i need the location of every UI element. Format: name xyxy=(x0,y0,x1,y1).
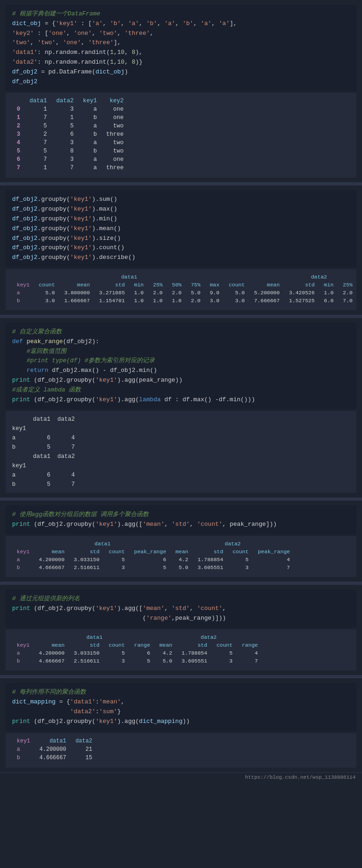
col-std2: std xyxy=(177,641,212,649)
section2-code: df_obj2.groupby('key1').sum() df_obj2.gr… xyxy=(6,190,356,267)
col-min1: min xyxy=(130,281,149,289)
col-group-data2: data2 xyxy=(224,273,356,281)
col-mean1: mean xyxy=(59,281,94,289)
section2-cell: df_obj2.groupby('key1').sum() df_obj2.gr… xyxy=(0,186,362,315)
section1-code: # 根据字典创建一个DataFrame dict_obj = {'key1' :… xyxy=(6,5,356,91)
col-key1: key1 xyxy=(12,548,34,556)
code-comment: # 通过元组提供新的列名 xyxy=(12,594,350,604)
col-std1: std xyxy=(94,281,129,289)
col-header-idx xyxy=(12,97,25,105)
table-row: 673aone xyxy=(12,155,128,164)
col-group-data2: data2 xyxy=(155,633,263,641)
code-line: dict_mapping = {'data1':'mean', xyxy=(12,697,350,707)
code-comment: # 自定义聚合函数 xyxy=(12,327,350,337)
col-key1: key1 xyxy=(12,737,35,745)
col-count2: count xyxy=(224,281,250,289)
section5-code: # 通过元组提供新的列名 print (df_obj2.groupby('key… xyxy=(6,590,356,628)
col-25pct1: 25% xyxy=(148,281,167,289)
section6-cell: # 每列作用不同的聚合函数 dict_mapping = {'data1':'m… xyxy=(0,678,362,772)
table4-body: a4.2000003.033150564.21.78885454b4.66666… xyxy=(12,556,295,571)
col-prange1: peak_range xyxy=(130,548,171,556)
code-line: print (df_obj2.groupby('key1').agg(['mea… xyxy=(12,520,350,530)
code-line: df_obj2.groupby('key1').describe() xyxy=(12,253,350,263)
code-line: df_obj2.groupby('key1').min() xyxy=(12,214,350,224)
col-group-data1: data1 xyxy=(34,633,155,641)
dataframe-table1: data1 data2 key1 key2 013aone171bone255a… xyxy=(12,97,128,172)
col-range2: range xyxy=(237,641,263,649)
section1-cell: # 根据字典创建一个DataFrame dict_obj = {'key1' :… xyxy=(0,0,362,183)
col-key1: key1 xyxy=(12,641,34,649)
section6-code: # 每列作用不同的聚合函数 dict_mapping = {'data1':'m… xyxy=(6,683,356,731)
section4-cell: # 使用agg函数对分组后的数据 调用多个聚合函数 print (df_obj2… xyxy=(0,501,362,582)
col-header xyxy=(12,540,34,548)
col-std1: std xyxy=(69,641,104,649)
describe-table: data1 data2 key1 count mean std min 25% … xyxy=(12,273,356,305)
table-row: 558btwo xyxy=(12,147,128,155)
col-group-data1: data1 xyxy=(34,273,224,281)
col-count1: count xyxy=(104,641,130,649)
code-comment: #或者定义 lambda 函数 xyxy=(12,385,350,395)
agg-table2: data1 data2 key1 mean std count range me… xyxy=(12,633,263,665)
code-line: #print type(df) #参数为索引所对应的记录 xyxy=(12,356,350,366)
code-comment: # 使用agg函数对分组后的数据 调用多个聚合函数 xyxy=(12,510,350,520)
col-std2: std xyxy=(284,281,319,289)
table-row: a4.2000003.033150564.21.78885454 xyxy=(12,649,263,657)
code-comment: # 根据字典创建一个DataFrame xyxy=(12,9,350,19)
url-text: https://blog.csdn.net/wsp_1138886114 xyxy=(245,775,355,780)
section6-output: key1 data1 data2 a4.20000021b4.66666715 xyxy=(6,733,356,768)
table-row: a5.03.8000003.2710851.02.02.05.09.05.05.… xyxy=(12,289,356,297)
col-mean2: mean xyxy=(155,641,177,649)
col-std1: std xyxy=(69,548,104,556)
col-count2: count xyxy=(212,641,237,649)
code-comment: # 每列作用不同的聚合函数 xyxy=(12,688,350,697)
col-range1: range xyxy=(130,641,155,649)
code-line: df_obj2.groupby('key1').max() xyxy=(12,205,350,214)
code-line: df_obj2.groupby('key1').size() xyxy=(12,234,350,244)
table-row: 255atwo xyxy=(12,122,128,130)
col-data1: data1 xyxy=(35,737,71,745)
code-line: 'key2' : ['one', 'one', 'two', 'three', xyxy=(12,29,350,39)
table-row: b3.01.6666671.1547011.01.01.02.03.03.07.… xyxy=(12,297,356,305)
code-line: 'data1': np.random.randint(1,10, 8), xyxy=(12,48,350,58)
code-line: #返回数值范围 xyxy=(12,347,350,357)
section5-cell: # 通过元组提供新的列名 print (df_obj2.groupby('key… xyxy=(0,585,362,676)
col-header-data1: data1 xyxy=(25,97,52,105)
table-row: 171bone xyxy=(12,113,128,122)
table-row: 473atwo xyxy=(12,139,128,147)
code-line: df_obj2.groupby('key1').mean() xyxy=(12,224,350,234)
col-50pct1: 50% xyxy=(167,281,186,289)
table2-body: a5.03.8000003.2710851.02.02.05.09.05.05.… xyxy=(12,289,356,305)
section1-output: data1 data2 key1 key2 013aone171bone255a… xyxy=(6,93,356,178)
table6-body: a4.20000021b4.66666715 xyxy=(12,745,97,762)
code-line: df_obj2 = pd.DataFrame(dict_obj) xyxy=(12,67,350,77)
table-row: b4.6666672.516611355.03.60555137 xyxy=(12,563,295,571)
col-key1-header: key1 xyxy=(12,281,34,289)
table5-body: a4.2000003.033150564.21.78885454b4.66666… xyxy=(12,649,263,665)
col-prange2: peak_range xyxy=(253,548,295,556)
section4-output: data1 data2 key1 mean std count peak_ran… xyxy=(6,536,356,577)
col-data2: data2 xyxy=(71,737,97,745)
col-group-data1: data1 xyxy=(34,540,171,548)
section4-code: # 使用agg函数对分组后的数据 调用多个聚合函数 print (df_obj2… xyxy=(6,505,356,534)
url-bar: https://blog.csdn.net/wsp_1138886114 xyxy=(0,773,362,782)
col-count2: count xyxy=(228,548,253,556)
code-line: 'two', 'two', 'one', 'three'], xyxy=(12,38,350,48)
code-line: print (df_obj2.groupby('key1').agg(['mea… xyxy=(12,604,350,614)
section2-output: data1 data2 key1 count mean std min 25% … xyxy=(6,269,356,310)
table-row: 717athree xyxy=(12,164,128,172)
col-header-key2: key2 xyxy=(102,97,129,105)
code-line: df_obj2.groupby('key1').count() xyxy=(12,243,350,253)
col-min2: min xyxy=(319,281,338,289)
code-line: 'data2': np.random.randint(1,10, 8)} xyxy=(12,58,350,67)
col-count1: count xyxy=(34,281,60,289)
col-mean1: mean xyxy=(34,548,69,556)
col-75pct1: 75% xyxy=(186,281,205,289)
code-line: ('range',peak_range)])) xyxy=(12,614,350,623)
table-row: b4.6666672.516611355.03.60555137 xyxy=(12,657,263,665)
section5-output: data1 data2 key1 mean std count range me… xyxy=(6,629,356,670)
code-line: 'data2':'sum'} xyxy=(12,707,350,717)
table-row: 013aone xyxy=(12,105,128,113)
col-header-key1: key1 xyxy=(79,97,102,105)
table-row: a4.2000003.033150564.21.78885454 xyxy=(12,556,295,563)
table-row: a4.20000021 xyxy=(12,745,97,754)
